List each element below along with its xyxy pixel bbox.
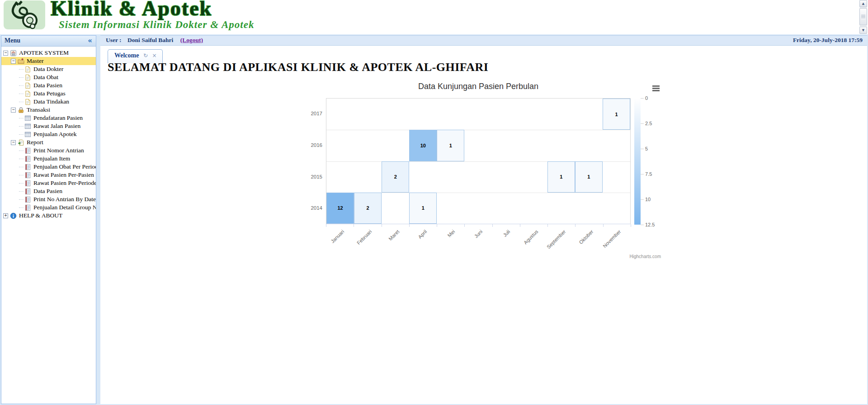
menu-item-label: HELP & ABOUT xyxy=(19,212,62,220)
heatmap-cell-2016-mei[interactable]: 1 xyxy=(437,130,464,161)
user-bar: User : Doni Saiful Bahri (Logout) Friday… xyxy=(100,35,867,46)
menu-item-master[interactable]: −Master xyxy=(1,57,96,65)
menu-item-apotek-system[interactable]: −APOTEK SYSTEM xyxy=(1,49,96,57)
menu-item-rawat-pasien-per-periode[interactable]: Rawat Pasien Per-Periode xyxy=(1,179,96,187)
menu-item-data-pasien[interactable]: Data Pasien xyxy=(1,81,96,89)
menu-item-penjualan-detail-group-no-pe[interactable]: Penjualan Detail Group No Pe xyxy=(1,203,96,212)
menu-item-pendafataran-pasien[interactable]: Pendafataran Pasien xyxy=(1,114,96,122)
table-icon xyxy=(24,131,31,138)
heatmap-cell-2017-november[interactable]: 1 xyxy=(603,99,630,130)
menu-item-report[interactable]: −Report xyxy=(1,138,96,146)
heatmap-cell-2014-januari[interactable]: 12 xyxy=(326,193,354,224)
document-icon xyxy=(24,90,31,97)
tree-connector xyxy=(19,85,24,86)
chart-title: Data Kunjungan Pasien Perbulan xyxy=(326,82,631,91)
legend-label-7.5: 7.5 xyxy=(645,171,665,177)
heatmap-cell-2014-februari[interactable]: 2 xyxy=(354,193,382,224)
tab-close-icon[interactable]: × xyxy=(152,52,156,59)
y-axis-label-2017: 2017 xyxy=(291,98,322,130)
menu-tree: −APOTEK SYSTEM−MasterData DokterData Oba… xyxy=(1,47,96,220)
lock-icon xyxy=(18,107,24,113)
menu-item-data-petugas[interactable]: Data Petugas xyxy=(1,89,96,98)
menu-item-transaksi[interactable]: −Transaksi xyxy=(1,106,96,114)
heatmap-cell-2016-april[interactable]: 10 xyxy=(409,130,437,161)
user-label: User : xyxy=(106,37,122,43)
heatmap-cell-2015-september[interactable]: 1 xyxy=(547,161,575,193)
scroll-down-icon[interactable]: ▼ xyxy=(859,27,867,34)
collapse-panel-icon[interactable]: « xyxy=(88,37,92,45)
legend-label-2.5: 2.5 xyxy=(645,121,665,126)
scroll-up-icon[interactable]: ▲ xyxy=(859,0,867,7)
collapse-node-icon[interactable]: − xyxy=(11,108,16,113)
menu-item-rawat-pasien-per-pasien[interactable]: Rawat Pasien Per-Pasien xyxy=(1,171,96,179)
stethoscope-logo-icon xyxy=(4,0,45,29)
tree-connector xyxy=(19,126,24,127)
tree-connector xyxy=(19,167,24,167)
logout-link[interactable]: (Logout) xyxy=(180,37,203,43)
menu-item-label: Rawat Jalan Pasien xyxy=(33,122,80,130)
menu-item-label: Penjualan Detail Group No Pe xyxy=(33,203,96,212)
heatmap-cell-2015-maret[interactable]: 2 xyxy=(382,161,409,193)
menu-item-label: Transaksi xyxy=(27,106,50,114)
menu-item-print-no-antrian-by-date[interactable]: Print No Antrian By Date xyxy=(1,195,96,203)
menu-item-rawat-jalan-pasien[interactable]: Rawat Jalan Pasien xyxy=(1,122,96,130)
tab-refresh-icon[interactable]: ↻ xyxy=(143,52,148,59)
y-axis-label-2016: 2016 xyxy=(291,130,322,161)
app-header: Klinik & Apotek Sistem Informasi Klinik … xyxy=(0,0,868,34)
document-icon xyxy=(24,66,31,73)
x-axis-tick xyxy=(603,224,604,227)
collapse-node-icon[interactable]: − xyxy=(11,59,16,64)
menu-item-penjualan-obat-per-periode[interactable]: Penjualan Obat Per Periode xyxy=(1,163,96,171)
menu-item-label: Penjualan Obat Per Periode xyxy=(33,163,96,171)
user-name: Doni Saiful Bahri xyxy=(127,37,173,43)
app-title: Klinik & Apotek xyxy=(51,0,212,20)
tree-connector xyxy=(19,183,24,184)
legend-tick xyxy=(641,174,644,174)
grid-line xyxy=(326,130,630,130)
menu-item-label: Pendafataran Pasien xyxy=(33,114,83,122)
report-item-icon xyxy=(24,196,31,203)
collapse-node-icon[interactable]: − xyxy=(3,51,8,56)
sidebar-menu-panel: Menu « −APOTEK SYSTEM−MasterData DokterD… xyxy=(1,35,96,404)
heatmap-cell-2015-oktober[interactable]: 1 xyxy=(575,161,603,193)
datetime-display: Friday, 20-July-2018 17:59 xyxy=(793,37,863,44)
legend-tick xyxy=(641,149,644,149)
tab-label: Welcome xyxy=(114,52,139,59)
table-icon xyxy=(24,123,31,130)
patient-visits-heatmap-chart: Data Kunjungan Pasien Perbulan 110121112… xyxy=(100,35,867,404)
menu-item-label: Print Nomor Antrian xyxy=(33,146,84,155)
header-scrollbar[interactable]: ▲ ▼ xyxy=(859,0,867,34)
menu-item-data-pasien[interactable]: Data Pasien xyxy=(1,187,96,195)
x-axis-tick xyxy=(382,224,382,227)
tree-connector xyxy=(19,69,24,70)
menu-title: Menu xyxy=(5,37,20,44)
legend-label-5: 5 xyxy=(645,146,665,151)
legend-tick xyxy=(641,98,644,99)
tree-connector xyxy=(19,199,24,200)
report-item-icon xyxy=(24,180,31,187)
menu-item-label: Rawat Pasien Per-Pasien xyxy=(33,171,94,179)
expand-node-icon[interactable]: + xyxy=(3,213,8,218)
menu-item-label: Data Dokter xyxy=(33,65,63,73)
tree-connector xyxy=(19,151,24,151)
menu-item-label: Master xyxy=(27,57,44,65)
menu-item-data-tindakan[interactable]: Data Tindakan xyxy=(1,98,96,106)
menu-item-penjualan-item[interactable]: Penjualan Item xyxy=(1,155,96,163)
chart-context-menu-icon[interactable] xyxy=(652,85,660,91)
heatmap-cell-2014-april[interactable]: 1 xyxy=(409,193,437,224)
tree-connector xyxy=(19,94,24,94)
menu-item-data-dokter[interactable]: Data Dokter xyxy=(1,65,96,73)
collapse-node-icon[interactable]: − xyxy=(11,140,16,145)
menu-item-penjualan-apotek[interactable]: Penjualan Apotek xyxy=(1,130,96,138)
tree-connector xyxy=(19,159,24,159)
menu-item-data-obat[interactable]: Data Obat xyxy=(1,73,96,81)
x-axis-tick xyxy=(492,224,493,227)
legend-tick xyxy=(641,225,644,225)
document-icon xyxy=(24,99,31,105)
scrollbar-thumb[interactable] xyxy=(859,8,867,25)
x-axis-tick xyxy=(464,224,465,227)
menu-item-print-nomor-antrian[interactable]: Print Nomor Antrian xyxy=(1,146,96,155)
chart-credits: Highcharts.com xyxy=(571,254,661,259)
menu-item-help-about[interactable]: +HELP & ABOUT xyxy=(1,212,96,220)
menu-item-label: Report xyxy=(27,138,43,146)
